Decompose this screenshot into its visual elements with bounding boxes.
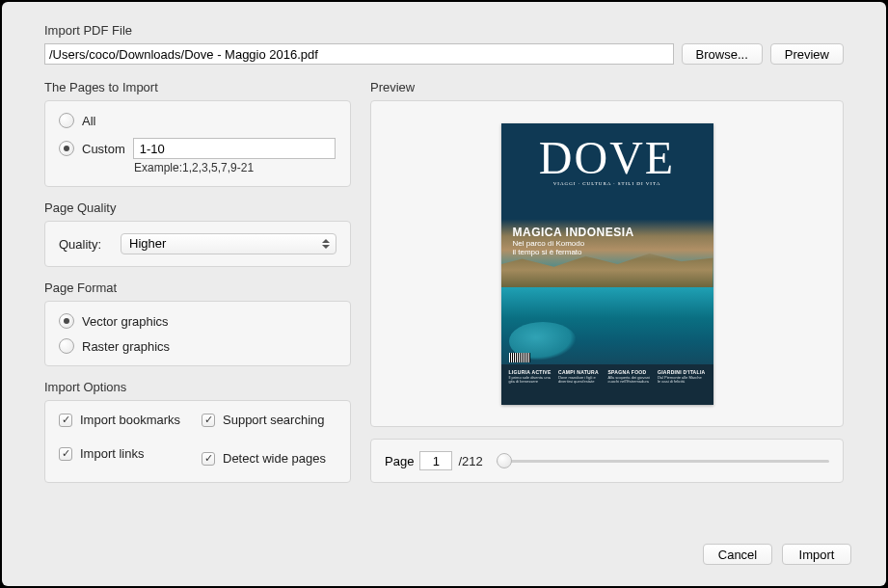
- cover-col1-d: Il primo sole diventa una gita di beness…: [509, 376, 552, 386]
- cover-masthead-sub: VIAGGI · CULTURA · STILI DI VITA: [501, 181, 713, 186]
- cover-col2-d: Dove mandare i figli e divertirsi quest'…: [558, 376, 602, 386]
- cover-col4-d: Dal Piemonte alle Marche le oasi di feli…: [658, 376, 706, 386]
- cover-col3-t: SPAGNA FOOD: [607, 369, 651, 375]
- slider-track: [497, 460, 829, 463]
- bookmarks-label: Import bookmarks: [80, 413, 180, 427]
- page-format-title: Page Format: [44, 281, 351, 295]
- preview-area: DOVE VIAGGI · CULTURA · STILI DI VITA MA…: [370, 100, 844, 427]
- preview-thumbnail: DOVE VIAGGI · CULTURA · STILI DI VITA MA…: [501, 123, 713, 405]
- cover-headline-sub2: il tempo si è fermato: [513, 248, 634, 257]
- pages-custom-label: Custom: [82, 142, 125, 156]
- pages-custom-input[interactable]: [133, 138, 336, 159]
- preview-title: Preview: [370, 80, 844, 94]
- pages-to-import-group: All Custom Example:1,2,3,5,7,9-21: [44, 100, 351, 187]
- vector-radio[interactable]: [59, 313, 74, 329]
- dialog-window: Import PDF File Browse... Preview The Pa…: [2, 2, 886, 586]
- raster-label: Raster graphics: [82, 339, 170, 354]
- links-label: Import links: [80, 446, 144, 461]
- cover-col2-t: CAMPI NATURA: [558, 369, 602, 375]
- cover-headline: MAGICA INDONESIA Nel parco di Komodo il …: [513, 226, 634, 257]
- pages-to-import-title: The Pages to Import: [44, 80, 351, 94]
- cover-headline-sub1: Nel parco di Komodo: [513, 239, 634, 249]
- wide-checkbox[interactable]: [202, 452, 215, 466]
- quality-label: Quality:: [59, 237, 111, 252]
- import-button[interactable]: Import: [782, 544, 851, 565]
- filepath-input[interactable]: [44, 43, 674, 65]
- links-checkbox[interactable]: [59, 447, 72, 461]
- searching-label: Support searching: [223, 413, 325, 427]
- cover-masthead: DOVE VIAGGI · CULTURA · STILI DI VITA: [501, 135, 713, 186]
- searching-checkbox[interactable]: [202, 414, 215, 427]
- cover-headline-main: MAGICA INDONESIA: [513, 226, 634, 239]
- page-total: /212: [458, 454, 482, 468]
- page-quality-group: Quality: Higher: [44, 221, 351, 267]
- pages-all-radio[interactable]: [59, 113, 74, 128]
- slider-thumb[interactable]: [497, 453, 512, 468]
- pages-all-label: All: [82, 114, 95, 128]
- browse-button[interactable]: Browse...: [682, 43, 763, 65]
- import-options-title: Import Options: [44, 380, 351, 394]
- cover-col1-t: LIGURIA ACTIVE: [509, 369, 552, 375]
- quality-select[interactable]: Higher: [121, 233, 336, 254]
- pager: Page /212: [370, 439, 844, 483]
- wide-label: Detect wide pages: [223, 451, 326, 466]
- cover-bottombar: LIGURIA ACTIVEIl primo sole diventa una …: [501, 364, 713, 405]
- pages-example-text: Example:1,2,3,5,7,9-21: [134, 161, 336, 174]
- page-label: Page: [385, 454, 414, 468]
- vector-label: Vector graphics: [82, 314, 169, 329]
- cover-col3-d: Alla scoperta dei giovani cuochi nell'Es…: [607, 376, 651, 386]
- page-quality-title: Page Quality: [44, 200, 351, 215]
- raster-radio[interactable]: [59, 338, 74, 354]
- bookmarks-checkbox[interactable]: [59, 414, 72, 427]
- pages-custom-radio[interactable]: [59, 141, 74, 156]
- page-slider[interactable]: [497, 453, 829, 468]
- cancel-button[interactable]: Cancel: [703, 544, 772, 565]
- page-number-input[interactable]: [419, 451, 452, 470]
- preview-button[interactable]: Preview: [770, 43, 844, 65]
- dialog-title: Import PDF File: [44, 23, 844, 38]
- import-options-group: Import bookmarks Support searching Impor…: [44, 400, 351, 483]
- page-format-group: Vector graphics Raster graphics: [44, 301, 351, 366]
- cover-col4-t: GIARDINI D'ITALIA: [658, 369, 706, 375]
- cover-masthead-text: DOVE: [501, 135, 713, 181]
- cover-barcode: [509, 353, 530, 362]
